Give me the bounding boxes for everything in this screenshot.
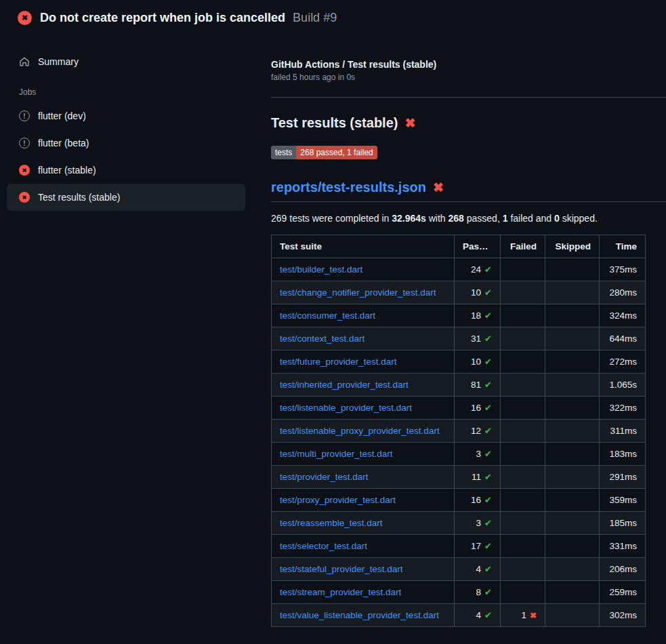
passed-cell: 4✔ <box>455 558 501 581</box>
jobs-list: ! flutter (dev) ! flutter (beta) ✖ flutt… <box>7 102 245 211</box>
suite-link[interactable]: test/proxy_provider_test.dart <box>280 495 396 505</box>
table-row: test/change_notifier_provider_test.dart … <box>272 281 646 304</box>
suite-link[interactable]: test/multi_provider_test.dart <box>280 449 393 459</box>
table-row: test/future_provider_test.dart 10✔ 272ms <box>272 350 646 374</box>
suite-link[interactable]: test/future_provider_test.dart <box>280 357 397 367</box>
job-label: Test results (stable) <box>38 192 120 203</box>
section-title: Test results (stable) ✖ <box>271 115 666 131</box>
page-layout: Summary Jobs ! flutter (dev) ! flutter (… <box>0 35 666 627</box>
passed-cell: 8✔ <box>455 581 501 604</box>
failed-cell <box>501 374 545 397</box>
suite-cell: test/reassemble_test.dart <box>272 512 455 535</box>
suite-cell: test/listenable_provider_test.dart <box>272 397 455 420</box>
passed-cell: 10✔ <box>455 350 501 374</box>
suite-link[interactable]: test/change_notifier_provider_test.dart <box>280 287 436 298</box>
suite-cell: test/stateful_provider_test.dart <box>272 558 455 581</box>
passed-cell: 4✔ <box>455 604 501 627</box>
time-cell: 322ms <box>600 397 646 420</box>
suite-cell: test/change_notifier_provider_test.dart <box>272 281 455 304</box>
passed-cell: 31✔ <box>455 327 501 350</box>
check-icon: ✔ <box>484 610 492 620</box>
skipped-cell <box>545 581 600 604</box>
table-row: test/multi_provider_test.dart 3✔ 183ms <box>272 443 646 466</box>
suite-link[interactable]: test/selector_test.dart <box>280 541 367 551</box>
passed-cell: 17✔ <box>455 535 501 558</box>
passed-cell: 81✔ <box>455 374 501 397</box>
skipped-cell <box>545 327 600 350</box>
table-row: test/provider_test.dart 11✔ 291ms <box>272 466 646 489</box>
suite-link[interactable]: test/provider_test.dart <box>280 472 369 482</box>
check-icon: ✔ <box>484 541 492 551</box>
check-icon: ✔ <box>484 357 492 367</box>
failed-x-icon: ✖ <box>404 115 415 131</box>
failed-x-icon: ✖ <box>433 180 444 195</box>
column-header-skipped: Skipped <box>545 235 600 258</box>
sidebar-summary-label: Summary <box>38 56 79 67</box>
check-icon: ✔ <box>484 380 492 390</box>
skipped-cell <box>545 535 600 558</box>
report-link[interactable]: reports/test-results.json <box>271 180 426 195</box>
time-cell: 644ms <box>600 327 646 350</box>
suite-link[interactable]: test/reassemble_test.dart <box>280 518 383 528</box>
breadcrumb: GitHub Actions / Test results (stable) <box>271 59 666 70</box>
table-row: test/inherited_provider_test.dart 81✔ 1.… <box>272 374 646 397</box>
column-header-failed: Failed <box>501 235 545 258</box>
sidebar-item-flutter-beta[interactable]: ! flutter (beta) <box>7 129 245 157</box>
skipped-cell <box>545 374 600 397</box>
x-icon: ✖ <box>530 611 537 620</box>
suite-link[interactable]: test/inherited_provider_test.dart <box>280 380 409 390</box>
suite-link[interactable]: test/value_listenable_provider_test.dart <box>280 610 439 620</box>
suite-link[interactable]: test/listenable_proxy_provider_test.dart <box>280 426 440 436</box>
suite-link[interactable]: test/builder_test.dart <box>280 264 362 275</box>
time-cell: 185ms <box>600 512 646 535</box>
main-content: GitHub Actions / Test results (stable) f… <box>271 35 666 627</box>
sidebar-item-test-results-stable[interactable]: ✖ Test results (stable) <box>7 184 245 211</box>
badge-label: tests <box>271 146 296 159</box>
suite-link[interactable]: test/stream_provider_test.dart <box>280 587 401 597</box>
suite-link[interactable]: test/context_test.dart <box>280 334 365 344</box>
tests-badge: tests 268 passed, 1 failed <box>271 146 377 159</box>
summary-part: passed, <box>464 213 503 224</box>
run-title-text: Do not create report when job is cancell… <box>40 11 285 24</box>
jobs-heading: Jobs <box>7 87 245 97</box>
failed-cell: 1✖ <box>501 604 545 627</box>
check-icon: ✔ <box>484 310 492 321</box>
failed-cell <box>501 489 545 512</box>
column-header-time: Time <box>600 235 646 258</box>
check-icon: ✔ <box>484 287 492 298</box>
suite-link[interactable]: test/listenable_provider_test.dart <box>280 403 412 413</box>
failed-cell <box>501 420 545 443</box>
passed-cell: 11✔ <box>455 466 501 489</box>
failed-status-icon: ✖ <box>19 192 30 203</box>
failed-cell <box>501 258 545 281</box>
suite-cell: test/future_provider_test.dart <box>272 350 455 374</box>
section-title-text: Test results (stable) <box>271 115 398 131</box>
passed-cell: 10✔ <box>455 281 501 304</box>
passed-cell: 3✔ <box>455 443 501 466</box>
sidebar-item-flutter-stable[interactable]: ✖ flutter (stable) <box>7 157 245 184</box>
time-cell: 331ms <box>600 535 646 558</box>
failed-cell <box>501 350 545 374</box>
skipped-cell <box>545 281 600 304</box>
suite-link[interactable]: test/consumer_test.dart <box>280 310 375 321</box>
check-icon: ✔ <box>484 403 492 413</box>
suite-link[interactable]: test/stateful_provider_test.dart <box>280 564 403 574</box>
sidebar-item-flutter-dev[interactable]: ! flutter (dev) <box>7 102 245 129</box>
check-icon: ✔ <box>484 426 492 436</box>
run-title: Do not create report when job is cancell… <box>40 11 337 25</box>
table-row: test/builder_test.dart 24✔ 375ms <box>272 258 646 281</box>
failed-cell <box>501 281 545 304</box>
table-row: test/context_test.dart 31✔ 644ms <box>272 327 646 350</box>
check-icon: ✔ <box>484 472 492 482</box>
failed-cell <box>501 466 545 489</box>
sidebar-item-summary[interactable]: Summary <box>7 51 245 73</box>
suite-cell: test/listenable_proxy_provider_test.dart <box>272 420 455 443</box>
table-row: test/stateful_provider_test.dart 4✔ 206m… <box>272 558 646 581</box>
table-row: test/value_listenable_provider_test.dart… <box>272 604 646 627</box>
skipped-cell <box>545 258 600 281</box>
suite-cell: test/proxy_provider_test.dart <box>272 489 455 512</box>
table-row: test/selector_test.dart 17✔ 331ms <box>272 535 646 558</box>
failed-cell <box>501 512 545 535</box>
suite-cell: test/consumer_test.dart <box>272 304 455 327</box>
job-label: flutter (dev) <box>38 110 86 121</box>
